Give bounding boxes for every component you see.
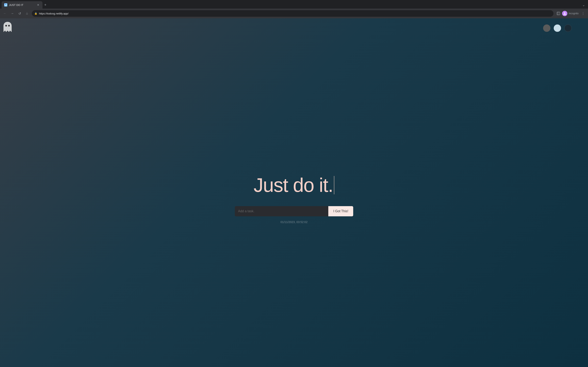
datetime-display: 01/11/2023, 03:52:02 — [281, 220, 307, 224]
submit-button[interactable]: I Got This! — [328, 206, 353, 216]
home-button[interactable]: ⌂ — [24, 10, 30, 17]
active-tab[interactable]: JUST DO IT ✕ — [2, 1, 43, 8]
main-content: Just do it. I Got This! 01/11/2023, 03:5… — [0, 18, 588, 367]
theme-dark-button[interactable] — [543, 25, 550, 32]
browser-menu-button[interactable]: ⋮ — [580, 10, 586, 17]
svg-point-9 — [5, 25, 7, 26]
incognito-icon[interactable] — [562, 11, 567, 16]
text-cursor — [334, 176, 334, 194]
task-input-row: I Got This! — [235, 206, 353, 216]
address-bar[interactable]: 🔒 https://todoog.netlify.app/ — [32, 10, 553, 17]
tab-list-button[interactable]: ⌄ — [581, 2, 586, 8]
main-heading: Just do it. — [254, 174, 334, 196]
tab-bar: JUST DO IT ✕ + ⌄ — [0, 0, 588, 8]
theme-switcher — [543, 25, 572, 32]
toolbar: ← → ↺ ⌂ 🔒 https://todoog.netlify.app/ — [0, 8, 588, 18]
tab-title: JUST DO IT — [9, 3, 35, 7]
theme-light-button[interactable] — [554, 25, 561, 32]
sidebar-button[interactable] — [555, 10, 562, 17]
app-content: Just do it. I Got This! 01/11/2023, 03:5… — [0, 18, 588, 367]
svg-point-8 — [565, 13, 566, 13]
tab-favicon — [4, 3, 7, 7]
tab-close-button[interactable]: ✕ — [36, 3, 40, 7]
new-tab-button[interactable]: + — [43, 2, 48, 8]
theme-darkest-button[interactable] — [564, 25, 572, 32]
svg-rect-4 — [557, 12, 560, 15]
toolbar-right: Incognito ⋮ — [555, 10, 586, 17]
browser-frame: JUST DO IT ✕ + ⌄ ← → ↺ ⌂ 🔒 https://todoo… — [0, 0, 588, 367]
svg-point-7 — [564, 13, 564, 13]
ghost-logo — [2, 21, 13, 31]
incognito-label: Incognito — [569, 12, 579, 15]
forward-button[interactable]: → — [9, 10, 16, 17]
lock-icon: 🔒 — [34, 12, 37, 15]
back-button[interactable]: ← — [2, 10, 8, 17]
task-input[interactable] — [235, 206, 328, 216]
refresh-button[interactable]: ↺ — [16, 10, 23, 17]
svg-rect-0 — [5, 4, 7, 6]
url-text: https://todoog.netlify.app/ — [39, 12, 551, 15]
svg-point-10 — [8, 25, 10, 26]
